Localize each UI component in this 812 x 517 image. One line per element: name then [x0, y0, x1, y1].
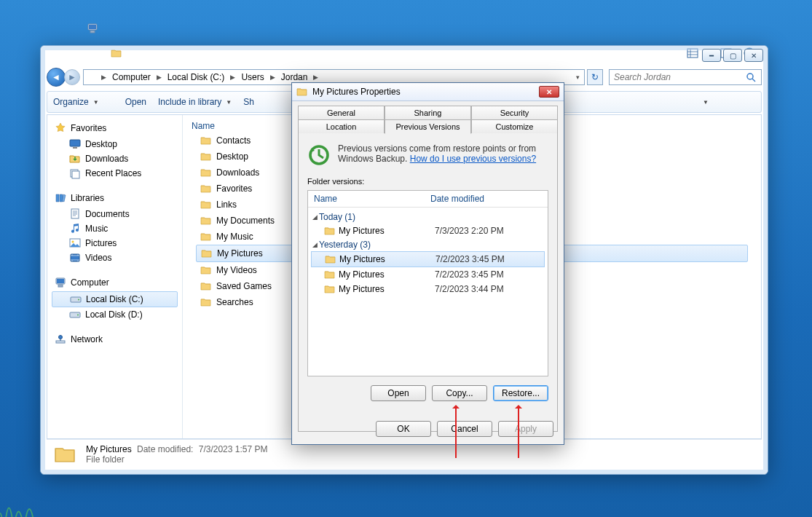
nav-local-disk-d[interactable]: Local Disk (D:)	[47, 307, 182, 322]
forward-button[interactable]: ►	[64, 69, 80, 85]
chevron-right-icon[interactable]: ▶	[312, 74, 320, 81]
ok-button[interactable]: OK	[376, 421, 431, 437]
minimize-button[interactable]: ━	[702, 49, 721, 62]
computer-header[interactable]: Computer	[47, 275, 182, 291]
copy-version-button[interactable]: Copy...	[432, 385, 487, 401]
open-button[interactable]: Open	[111, 96, 146, 108]
tab-sharing[interactable]: Sharing	[385, 106, 471, 120]
column-date[interactable]: Date modified	[430, 194, 484, 204]
preview-icon	[720, 96, 732, 108]
organize-menu[interactable]: Organize▼	[53, 97, 99, 107]
include-library-menu[interactable]: Include in library▼	[158, 97, 232, 107]
column-name[interactable]: Name	[314, 194, 430, 204]
folder-icon	[200, 231, 212, 242]
details-meta-label: Date modified:	[137, 444, 193, 454]
addr-dropdown-icon[interactable]: ▾	[575, 74, 581, 81]
nav-music[interactable]: Music	[47, 221, 182, 236]
tab-location[interactable]: Location	[298, 119, 385, 134]
dialog-close-button[interactable]: ✕	[539, 86, 559, 98]
network-icon	[55, 334, 66, 345]
version-name: My Pictures	[339, 269, 385, 280]
chevron-right-icon[interactable]: ▶	[269, 74, 277, 81]
nav-desktop[interactable]: Desktop	[47, 137, 182, 151]
tab-general[interactable]: General	[298, 106, 385, 120]
refresh-button[interactable]: ↻	[587, 69, 603, 85]
breadcrumb-segment[interactable]: Users	[238, 72, 267, 82]
downloads-icon	[69, 153, 81, 165]
nav-local-disk-c[interactable]: Local Disk (C:)	[52, 291, 178, 307]
nav-videos[interactable]: Videos	[47, 250, 182, 265]
maximize-button[interactable]: ▢	[723, 49, 742, 62]
version-row[interactable]: My Pictures7/2/2023 3:44 PM	[308, 282, 548, 296]
titlebar[interactable]: ━ ▢ ✕	[41, 46, 768, 66]
details-name: My Pictures	[86, 444, 132, 454]
tab-security[interactable]: Security	[471, 106, 558, 120]
network-header[interactable]: Network	[47, 332, 182, 348]
recent-icon	[69, 167, 81, 179]
preview-pane-button[interactable]	[720, 96, 732, 108]
dialog-titlebar[interactable]: My Pictures Properties ✕	[292, 83, 564, 101]
star-icon	[55, 122, 66, 134]
nav-pictures[interactable]: Pictures	[47, 236, 182, 250]
version-group-header[interactable]: ◢ Today (1)	[308, 210, 548, 224]
chevron-right-icon[interactable]: ▶	[155, 74, 163, 81]
favorites-header[interactable]: Favorites	[47, 121, 182, 137]
large-folder-icon	[54, 443, 77, 466]
search-box[interactable]	[609, 69, 762, 85]
version-name: My Pictures	[339, 226, 385, 236]
folder-icon	[200, 264, 212, 276]
help-link[interactable]: How do I use previous versions?	[410, 154, 536, 164]
folder-icon	[324, 269, 336, 280]
version-row[interactable]: My Pictures7/3/2023 2:20 PM	[308, 224, 548, 238]
folder-icon	[111, 96, 122, 108]
views-button[interactable]: ▼	[687, 96, 709, 108]
folder-icon	[200, 215, 212, 226]
help-button[interactable]	[744, 96, 755, 108]
chevron-right-icon[interactable]: ▶	[229, 74, 237, 81]
version-group-header[interactable]: ◢ Yesterday (3)	[308, 238, 548, 251]
folder-icon	[201, 248, 213, 259]
details-meta-value: 7/3/2023 1:57 PM	[199, 444, 268, 454]
videos-icon	[69, 252, 81, 264]
libraries-icon	[55, 192, 66, 204]
file-name: Searches	[216, 297, 253, 307]
annotation-arrow-restore	[518, 406, 519, 458]
chevron-right-icon[interactable]: ▶	[100, 74, 108, 81]
file-name: My Music	[216, 232, 253, 242]
version-name: My Pictures	[339, 254, 385, 264]
cancel-button[interactable]: Cancel	[437, 421, 492, 437]
back-button[interactable]: ◄	[47, 68, 66, 87]
desc-text-2: Windows Backup.	[338, 154, 407, 164]
version-row[interactable]: My Pictures7/2/2023 3:45 PM	[311, 251, 545, 267]
folder-icon	[200, 167, 212, 178]
drive-icon	[69, 309, 81, 320]
file-name: Contacts	[216, 135, 251, 146]
libraries-header[interactable]: Libraries	[47, 191, 182, 207]
group-label: Today (1)	[319, 212, 355, 222]
breadcrumb-segment[interactable]: Local Disk (C:)	[165, 72, 228, 82]
file-name: Favorites	[216, 183, 252, 194]
versions-label: Folder versions:	[307, 177, 548, 186]
folder-icon	[200, 280, 212, 292]
folder-icon	[200, 151, 212, 162]
nav-documents[interactable]: Documents	[47, 207, 182, 221]
collapse-icon: ◢	[312, 213, 318, 221]
apply-button[interactable]: Apply	[498, 421, 553, 437]
file-name: My Videos	[216, 265, 257, 275]
decorative-grass	[0, 488, 52, 517]
breadcrumb-segment[interactable]: Jordan	[278, 72, 311, 82]
nav-downloads[interactable]: Downloads	[47, 151, 182, 166]
tab-previous-versions[interactable]: Previous Versions	[385, 119, 471, 134]
folder-icon	[296, 86, 308, 98]
folder-icon	[200, 199, 212, 210]
version-row[interactable]: My Pictures7/2/2023 3:45 PM	[308, 267, 548, 282]
navigation-pane: Favorites Desktop Downloads Recent Place…	[47, 115, 183, 438]
restore-version-button[interactable]: Restore...	[493, 385, 548, 401]
open-version-button[interactable]: Open	[371, 385, 426, 401]
nav-recent-places[interactable]: Recent Places	[47, 166, 182, 181]
tab-customize[interactable]: Customize	[471, 119, 558, 134]
music-icon	[69, 223, 81, 234]
close-button[interactable]: ✕	[744, 49, 763, 62]
share-menu[interactable]: Sh	[243, 97, 254, 107]
versions-list: Name Date modified ◢ Today (1)My Picture…	[307, 190, 548, 376]
